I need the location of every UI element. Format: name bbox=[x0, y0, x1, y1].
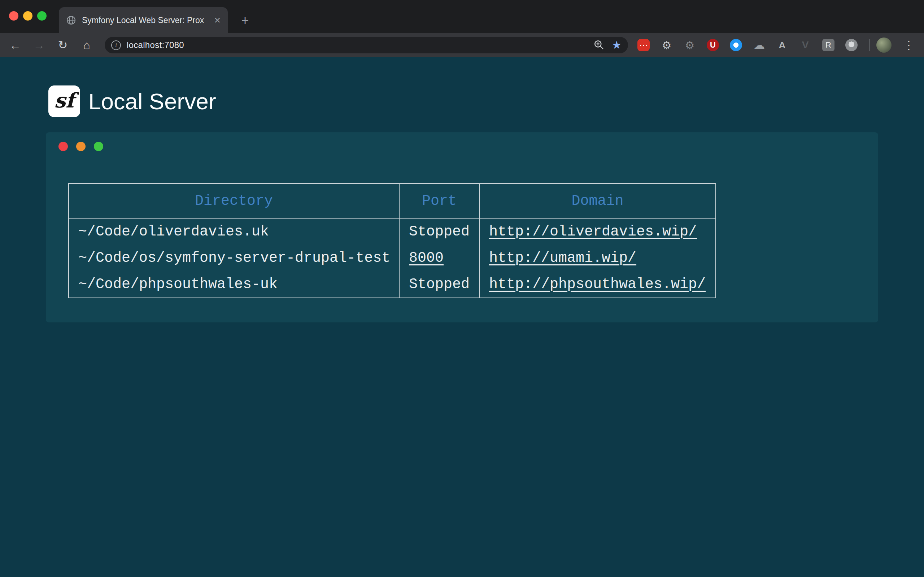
browser-window: Symfony Local Web Server: Prox × + ← → ↻… bbox=[0, 0, 924, 577]
table-row: ~/Code/oliverdavies.uk Stopped http://ol… bbox=[69, 218, 716, 245]
port-status-cell: 8000 bbox=[399, 245, 479, 271]
extensions-bar: ⋯ ⚙ ⚙ U ☁ A V R bbox=[637, 33, 858, 57]
domain-cell: http://oliverdavies.wip/ bbox=[479, 218, 716, 245]
forward-icon[interactable]: → bbox=[31, 39, 47, 52]
extension-red-badge-icon[interactable]: ⋯ bbox=[637, 39, 650, 51]
extension-gear-dark-icon[interactable]: ⚙ bbox=[683, 39, 696, 51]
tab-title: Symfony Local Web Server: Prox bbox=[82, 16, 210, 25]
toolbar-separator bbox=[869, 39, 870, 51]
column-header-port: Port bbox=[399, 184, 479, 218]
reload-icon[interactable]: ↻ bbox=[55, 38, 71, 52]
symfony-logo: sf bbox=[48, 85, 80, 117]
address-bar[interactable]: i localhost:7080 ★ bbox=[105, 37, 628, 53]
table-row: ~/Code/phpsouthwales-uk Stopped http://p… bbox=[69, 271, 716, 298]
tab-strip: Symfony Local Web Server: Prox × + bbox=[0, 0, 924, 33]
home-icon[interactable]: ⌂ bbox=[79, 39, 95, 52]
port-link[interactable]: 8000 bbox=[409, 250, 444, 266]
extension-gear-light-icon[interactable]: ⚙ bbox=[661, 39, 673, 51]
site-info-icon[interactable]: i bbox=[111, 40, 121, 50]
symfony-logo-glyph: sf bbox=[54, 89, 74, 112]
page-content: sf Local Server Directory Port Domain bbox=[0, 57, 924, 577]
panel-red-dot-icon bbox=[58, 142, 68, 151]
port-status-cell: Stopped bbox=[399, 271, 479, 298]
extension-blue-circle-icon[interactable] bbox=[730, 39, 742, 51]
column-header-directory: Directory bbox=[69, 184, 399, 218]
domain-cell: http://phpsouthwales.wip/ bbox=[479, 271, 716, 298]
url-text: localhost:7080 bbox=[127, 40, 184, 50]
extension-cloud-icon[interactable]: ☁ bbox=[753, 39, 765, 51]
nav-buttons: ← → ↻ ⌂ bbox=[7, 33, 95, 57]
panel-orange-dot-icon bbox=[76, 142, 86, 151]
panel-window-dots bbox=[58, 142, 103, 151]
back-icon[interactable]: ← bbox=[7, 39, 23, 52]
fullscreen-window-button[interactable] bbox=[37, 11, 47, 21]
table-header-row: Directory Port Domain bbox=[69, 184, 716, 218]
bookmark-star-icon[interactable]: ★ bbox=[612, 40, 622, 50]
new-tab-button[interactable]: + bbox=[236, 12, 254, 29]
page-title: Local Server bbox=[89, 85, 216, 117]
port-status-cell: Stopped bbox=[399, 218, 479, 245]
extension-ublock-icon[interactable]: U bbox=[707, 39, 719, 51]
tab-close-icon[interactable]: × bbox=[214, 15, 221, 26]
domain-link[interactable]: http://umami.wip/ bbox=[489, 250, 636, 266]
directory-cell: ~/Code/phpsouthwales-uk bbox=[69, 271, 399, 298]
directory-cell: ~/Code/oliverdavies.uk bbox=[69, 218, 399, 245]
servers-table: Directory Port Domain ~/Code/oliverdavie… bbox=[68, 183, 716, 298]
domain-link[interactable]: http://oliverdavies.wip/ bbox=[489, 224, 697, 240]
close-window-button[interactable] bbox=[9, 11, 18, 21]
browser-menu-icon[interactable]: ⋮ bbox=[901, 33, 917, 57]
column-header-domain: Domain bbox=[479, 184, 716, 218]
extension-gray-square-icon[interactable]: R bbox=[822, 39, 835, 51]
globe-favicon-icon bbox=[66, 15, 76, 25]
extension-vimium-icon[interactable]: V bbox=[799, 39, 811, 51]
table-row: ~/Code/os/symfony-server-drupal-test 800… bbox=[69, 245, 716, 271]
browser-toolbar: ← → ↻ ⌂ i localhost:7080 ★ ⋯ ⚙ ⚙ U bbox=[0, 33, 924, 57]
minimize-window-button[interactable] bbox=[23, 11, 32, 21]
extension-octocat-icon[interactable] bbox=[845, 39, 858, 51]
profile-avatar[interactable] bbox=[876, 37, 892, 53]
zoom-indicator-icon[interactable] bbox=[594, 40, 604, 50]
domain-link[interactable]: http://phpsouthwales.wip/ bbox=[489, 276, 706, 292]
extension-letter-a-icon[interactable]: A bbox=[776, 39, 788, 51]
server-panel: Directory Port Domain ~/Code/oliverdavie… bbox=[46, 132, 878, 322]
domain-cell: http://umami.wip/ bbox=[479, 245, 716, 271]
panel-green-dot-icon bbox=[94, 142, 103, 151]
directory-cell: ~/Code/os/symfony-server-drupal-test bbox=[69, 245, 399, 271]
browser-tab[interactable]: Symfony Local Web Server: Prox × bbox=[59, 7, 228, 33]
window-controls bbox=[9, 11, 47, 21]
